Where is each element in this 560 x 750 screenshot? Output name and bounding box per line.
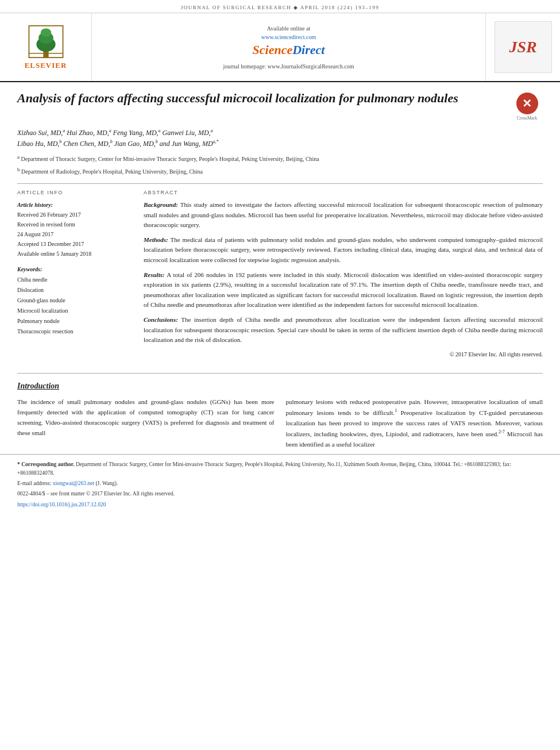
sd-logo-orange: Science (253, 43, 293, 57)
revised-label: Received in revised form (17, 220, 132, 229)
authors-line: Xizhao Sui, MD,a Hui Zhao, MD,a Feng Yan… (17, 128, 543, 149)
abstract-methods: Methods: The medical data of patients wi… (144, 235, 543, 266)
kw-2: Dislocation (17, 285, 132, 295)
jsr-logo-section: JSR (485, 13, 560, 81)
history-label: Article history: (17, 202, 53, 208)
svg-rect-0 (43, 51, 48, 58)
introduction-body: The incidence of small pulmonary nodules… (17, 397, 543, 454)
abstract-heading: ABSTRACT (144, 190, 543, 195)
introduction-section: Introduction The incidence of small pulm… (17, 373, 543, 454)
kw-6: Thoracoscopic resection (17, 326, 132, 337)
background-label: Background: (144, 201, 178, 208)
abstract-col: ABSTRACT Background: This study aimed to… (144, 190, 543, 365)
footnote-star: * Corresponding author. (17, 461, 75, 467)
email-suffix: (J. Wang). (95, 480, 118, 486)
affiliations: a Department of Thoracic Surgery, Center… (17, 153, 543, 176)
elsevier-wordmark: ELSEVIER (25, 61, 67, 70)
received-date: Received 26 February 2017 (17, 210, 132, 220)
email-note: E-mail address: xiongwai@263.net (J. Wan… (17, 479, 543, 488)
methods-label: Methods: (144, 236, 168, 243)
available-date: Available online 5 January 2018 (17, 249, 132, 259)
copyright-line: © 2017 Elsevier Inc. All rights reserved… (144, 350, 543, 359)
conclusions-label: Conclusions: (144, 316, 178, 323)
kw-4: Microcoil localization (17, 306, 132, 316)
crossmark-icon: ✕ (516, 93, 538, 114)
available-text: Available online at (267, 25, 310, 32)
journal-header: JOURNAL OF SURGICAL RESEARCH ◆ APRIL 201… (0, 0, 560, 13)
article-info-col: ARTICLE INFO Article history: Received 2… (17, 190, 132, 365)
elsevier-tree-icon (26, 24, 66, 59)
abstract-block: Background: This study aimed to investig… (144, 200, 543, 359)
abstract-background: Background: This study aimed to investig… (144, 200, 543, 230)
info-abstract-cols: ARTICLE INFO Article history: Received 2… (17, 190, 543, 365)
svg-point-3 (40, 28, 51, 37)
article-history: Article history: Received 26 February 20… (17, 200, 132, 259)
divider (17, 183, 543, 184)
keywords-block: Keywords: Chiba needle Dislocation Groun… (17, 264, 132, 337)
jsr-logo: JSR (495, 21, 552, 73)
license-note: 0022-4804/$ – see front matter © 2017 El… (17, 490, 543, 498)
accepted-date: Accepted 13 December 2017 (17, 239, 132, 249)
intro-right-col: pulmonary lesions with reduced postopera… (286, 397, 543, 454)
article-title: Analysis of factors affecting successful… (17, 90, 503, 107)
elsevier-logo-section: ELSEVIER (0, 13, 92, 81)
keywords-label: Keywords: (17, 266, 42, 272)
doi-note: https://doi.org/10.1016/j.jss.2017.12.02… (17, 501, 543, 509)
homepage-label: journal homepage: (223, 63, 267, 70)
kw-3: Ground-glass nodule (17, 295, 132, 306)
affiliation-b-text: Department of Radiology, People's Hospit… (21, 168, 203, 175)
footnotes-section: * Corresponding author. Department of Th… (0, 454, 560, 517)
homepage-url: www.JournalofSurgicalResearch.com (268, 63, 354, 70)
article-title-section: Analysis of factors affecting successful… (17, 90, 543, 121)
abstract-conclusions: Conclusions: The insertion depth of Chib… (144, 315, 543, 345)
elsevier-logo: ELSEVIER (25, 24, 67, 70)
sciencedirect-section: Available online at www.sciencedirect.co… (92, 13, 485, 81)
affiliation-a-text: Department of Thoracic Surgery, Center f… (21, 156, 319, 163)
email-link[interactable]: xiongwai@263.net (53, 480, 94, 486)
affiliation-b: b Department of Radiology, People's Hosp… (17, 166, 543, 176)
crossmark-label: CrossMark (517, 116, 538, 121)
doi-link[interactable]: https://doi.org/10.1016/j.jss.2017.12.02… (17, 502, 106, 507)
conclusions-text: The insertion depth of Chiba needle and … (144, 316, 543, 343)
abstract-results: Results: A total of 206 nodules in 192 p… (144, 270, 543, 310)
kw-5: Pulmonary nodule (17, 316, 132, 326)
affiliation-a: a Department of Thoracic Surgery, Center… (17, 153, 543, 164)
kw-1: Chiba needle (17, 275, 132, 285)
corresponding-text: Department of Thoracic Surgery, Center f… (17, 461, 511, 476)
results-label: Results: (144, 271, 165, 278)
jsr-abbr: JSR (509, 38, 536, 56)
article-body: Analysis of factors affecting successful… (0, 82, 560, 454)
sd-logo-blue: Direct (292, 43, 325, 57)
sciencedirect-logo: ScienceDirect (253, 43, 325, 57)
sd-url-link[interactable]: www.sciencedirect.com (261, 34, 316, 40)
background-text: This study aimed to investigate the fact… (144, 201, 543, 228)
methods-text: The medical data of patients with pulmon… (144, 236, 543, 263)
journal-homepage: journal homepage: www.JournalofSurgicalR… (223, 63, 354, 70)
article-info-heading: ARTICLE INFO (17, 190, 132, 195)
introduction-heading: Introduction (17, 382, 543, 391)
journal-banner: ELSEVIER Available online at www.science… (0, 13, 560, 82)
crossmark: ✕ CrossMark (511, 93, 543, 121)
intro-right-text: pulmonary lesions with reduced postopera… (286, 397, 543, 449)
intro-left-col: The incidence of small pulmonary nodules… (17, 397, 275, 454)
email-label: E-mail address: (17, 480, 51, 486)
intro-left-text: The incidence of small pulmonary nodules… (17, 397, 275, 439)
corresponding-author-note: * Corresponding author. Department of Th… (17, 460, 543, 478)
results-text: A total of 206 nodules in 192 patients w… (144, 271, 543, 309)
revised-date: 24 August 2017 (17, 229, 132, 239)
